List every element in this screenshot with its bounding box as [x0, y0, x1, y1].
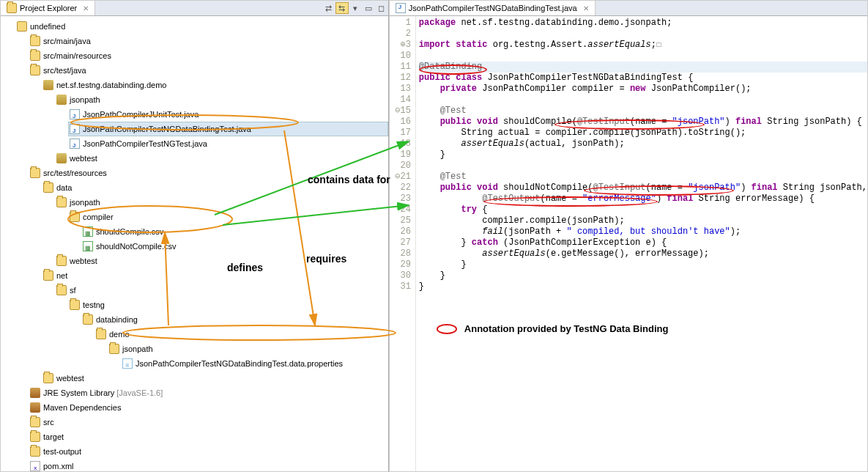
label-contains: contains data for [308, 174, 390, 185]
svg-point-0 [71, 115, 298, 130]
svg-line-3 [284, 130, 315, 325]
diagram-overlay: defines contains data for requires [0, 0, 868, 472]
label-defines: defines [227, 262, 263, 273]
svg-line-6 [223, 205, 409, 225]
svg-point-2 [123, 325, 396, 340]
svg-point-1 [68, 206, 232, 232]
svg-line-4 [165, 232, 168, 325]
label-requires: requires [306, 253, 346, 265]
